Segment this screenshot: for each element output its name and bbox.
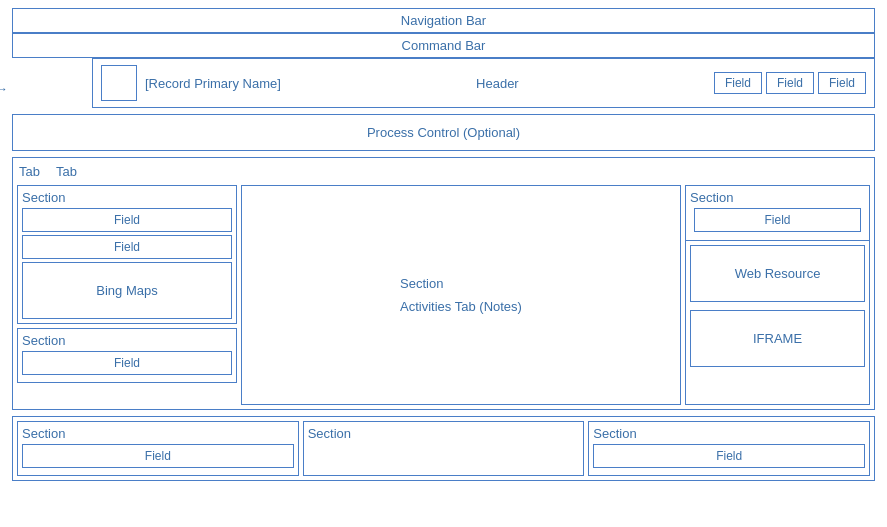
left-section-2-label: Section	[22, 333, 232, 348]
three-col-layout: Section Field Field Bing Maps Section Fi…	[17, 185, 870, 405]
bottom-col-1-field[interactable]: Field	[22, 444, 294, 468]
left-section-1: Section Field Field Bing Maps	[17, 185, 237, 324]
web-resource-box: Web Resource	[690, 245, 865, 302]
mid-section-label: Section	[400, 276, 522, 291]
header-center-label: Header	[289, 76, 706, 91]
left-section-1-field-2[interactable]: Field	[22, 235, 232, 259]
activities-tab-label: Activities Tab (Notes)	[400, 299, 522, 314]
right-section-header: Section Field	[686, 186, 869, 241]
left-section-1-field-1[interactable]: Field	[22, 208, 232, 232]
bottom-col-1-section: Section	[22, 426, 294, 441]
header-row: [Record Primary Name] Header Field Field…	[92, 58, 875, 108]
bottom-col-3-field[interactable]: Field	[593, 444, 865, 468]
tab-2-label[interactable]: Tab	[56, 164, 77, 179]
record-primary-name: [Record Primary Name]	[145, 76, 281, 91]
bing-maps-box: Bing Maps	[22, 262, 232, 319]
bottom-col-1: Section Field	[17, 421, 299, 476]
command-bar-label: Command Bar	[402, 38, 486, 53]
header-field-2[interactable]: Field	[766, 72, 814, 94]
image-optional-label: Image(Optional) →	[0, 66, 8, 97]
left-column: Section Field Field Bing Maps Section Fi…	[17, 185, 237, 405]
left-section-1-label: Section	[22, 190, 232, 205]
middle-column: Section Activities Tab (Notes)	[241, 185, 681, 405]
process-control-label: Process Control (Optional)	[367, 125, 520, 140]
bottom-col-2-section: Section	[308, 426, 580, 441]
header-fields: Field Field Field	[714, 72, 866, 94]
left-section-2-field-1[interactable]: Field	[22, 351, 232, 375]
navigation-bar: Navigation Bar	[12, 8, 875, 33]
bottom-col-3-section: Section	[593, 426, 865, 441]
command-bar: Command Bar	[12, 33, 875, 58]
right-section-field[interactable]: Field	[694, 208, 861, 232]
right-column: Section Field Web Resource IFRAME	[685, 185, 870, 405]
navigation-bar-label: Navigation Bar	[401, 13, 486, 28]
bottom-col-2: Section	[303, 421, 585, 476]
bottom-col-3: Section Field	[588, 421, 870, 476]
process-control: Process Control (Optional)	[12, 114, 875, 151]
bottom-tabs-area: Section Field Section Section Field	[12, 416, 875, 481]
tabs-label-row: Tab Tab	[17, 162, 870, 181]
right-section-label: Section	[690, 190, 865, 205]
header-field-1[interactable]: Field	[714, 72, 762, 94]
left-section-2: Section Field	[17, 328, 237, 383]
main-tabs-area: Tab Tab Section Field Field Bing Maps Se…	[12, 157, 875, 410]
iframe-box: IFRAME	[690, 310, 865, 367]
image-placeholder	[101, 65, 137, 101]
header-field-3[interactable]: Field	[818, 72, 866, 94]
tab-1-label[interactable]: Tab	[19, 164, 40, 179]
